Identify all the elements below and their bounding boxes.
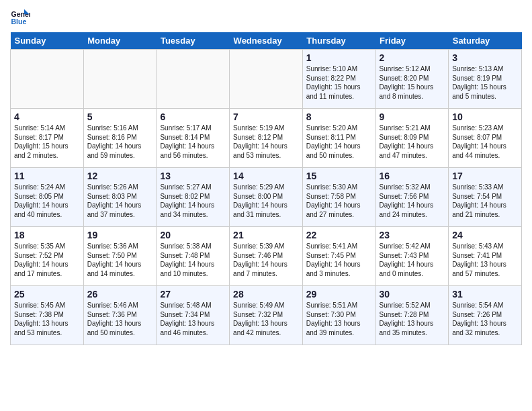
day-number: 29 [306,289,372,300]
day-info: Sunrise: 5:27 AMSunset: 8:02 PMDaylight:… [160,183,226,219]
calendar-cell: 31Sunrise: 5:54 AMSunset: 7:26 PMDayligh… [449,286,522,345]
weekday-header-friday: Friday [375,32,449,50]
calendar-cell: 26Sunrise: 5:46 AMSunset: 7:36 PMDayligh… [83,286,157,345]
day-number: 13 [160,171,226,181]
logo: General Blue [10,7,33,27]
calendar-week-4: 18Sunrise: 5:35 AMSunset: 7:52 PMDayligh… [11,227,522,286]
calendar-week-3: 11Sunrise: 5:24 AMSunset: 8:05 PMDayligh… [11,168,522,227]
day-number: 12 [87,171,153,181]
calendar-cell [83,50,157,109]
calendar-cell: 18Sunrise: 5:35 AMSunset: 7:52 PMDayligh… [11,227,84,286]
day-number: 30 [380,289,445,300]
calendar-cell: 7Sunrise: 5:19 AMSunset: 8:12 PMDaylight… [230,109,303,168]
calendar-cell [230,50,303,109]
calendar-week-2: 4Sunrise: 5:14 AMSunset: 8:17 PMDaylight… [11,109,522,168]
day-info: Sunrise: 5:32 AMSunset: 7:56 PMDaylight:… [380,183,445,219]
calendar-cell: 23Sunrise: 5:42 AMSunset: 7:43 PMDayligh… [375,227,449,286]
calendar-cell: 2Sunrise: 5:12 AMSunset: 8:20 PMDaylight… [375,50,449,109]
calendar-header: SundayMondayTuesdayWednesdayThursdayFrid… [11,32,522,50]
day-info: Sunrise: 5:48 AMSunset: 7:34 PMDaylight:… [160,301,226,337]
day-info: Sunrise: 5:30 AMSunset: 7:58 PMDaylight:… [306,183,372,219]
day-info: Sunrise: 5:17 AMSunset: 8:14 PMDaylight:… [160,124,226,160]
day-number: 11 [14,171,80,181]
day-number: 4 [14,111,80,122]
calendar-cell: 5Sunrise: 5:16 AMSunset: 8:16 PMDaylight… [83,109,157,168]
weekday-header-sunday: Sunday [11,32,84,50]
day-number: 20 [160,230,226,240]
day-number: 3 [452,52,518,63]
calendar-cell: 28Sunrise: 5:49 AMSunset: 7:32 PMDayligh… [230,286,303,345]
logo-icon: General Blue [10,7,30,27]
day-info: Sunrise: 5:41 AMSunset: 7:45 PMDaylight:… [306,242,372,278]
weekday-header-tuesday: Tuesday [157,32,230,50]
day-info: Sunrise: 5:49 AMSunset: 7:32 PMDaylight:… [233,301,299,337]
day-info: Sunrise: 5:19 AMSunset: 8:12 PMDaylight:… [233,124,299,160]
day-number: 22 [306,230,372,240]
calendar-cell: 21Sunrise: 5:39 AMSunset: 7:46 PMDayligh… [230,227,303,286]
day-info: Sunrise: 5:21 AMSunset: 8:09 PMDaylight:… [380,124,445,160]
day-number: 24 [452,230,518,240]
day-number: 15 [306,171,372,181]
day-info: Sunrise: 5:10 AMSunset: 8:22 PMDaylight:… [306,64,372,101]
calendar-cell: 11Sunrise: 5:24 AMSunset: 8:05 PMDayligh… [11,168,84,227]
day-number: 26 [87,289,153,300]
day-info: Sunrise: 5:13 AMSunset: 8:19 PMDaylight:… [452,64,518,101]
day-info: Sunrise: 5:46 AMSunset: 7:36 PMDaylight:… [87,301,153,337]
calendar-cell: 9Sunrise: 5:21 AMSunset: 8:09 PMDaylight… [375,109,449,168]
calendar-week-1: 1Sunrise: 5:10 AMSunset: 8:22 PMDaylight… [11,50,522,109]
calendar-cell: 13Sunrise: 5:27 AMSunset: 8:02 PMDayligh… [157,168,230,227]
day-number: 27 [160,289,226,300]
header: General Blue [10,7,522,27]
calendar-cell: 12Sunrise: 5:26 AMSunset: 8:03 PMDayligh… [83,168,157,227]
day-info: Sunrise: 5:12 AMSunset: 8:20 PMDaylight:… [380,64,445,101]
calendar-cell: 17Sunrise: 5:33 AMSunset: 7:54 PMDayligh… [449,168,522,227]
day-info: Sunrise: 5:52 AMSunset: 7:28 PMDaylight:… [380,301,445,337]
weekday-header-monday: Monday [83,32,157,50]
svg-text:Blue: Blue [11,17,27,26]
day-number: 10 [452,111,518,122]
day-info: Sunrise: 5:16 AMSunset: 8:16 PMDaylight:… [87,124,153,160]
day-number: 7 [233,111,299,122]
calendar-cell: 4Sunrise: 5:14 AMSunset: 8:17 PMDaylight… [11,109,84,168]
day-info: Sunrise: 5:35 AMSunset: 7:52 PMDaylight:… [14,242,80,278]
calendar-cell: 29Sunrise: 5:51 AMSunset: 7:30 PMDayligh… [302,286,375,345]
calendar-cell [157,50,230,109]
calendar-cell: 30Sunrise: 5:52 AMSunset: 7:28 PMDayligh… [375,286,449,345]
day-info: Sunrise: 5:26 AMSunset: 8:03 PMDaylight:… [87,183,153,219]
day-info: Sunrise: 5:42 AMSunset: 7:43 PMDaylight:… [380,242,445,278]
day-number: 16 [380,171,445,181]
day-info: Sunrise: 5:24 AMSunset: 8:05 PMDaylight:… [14,183,80,219]
day-number: 19 [87,230,153,240]
day-number: 8 [306,111,372,122]
day-number: 31 [452,289,518,300]
day-number: 17 [452,171,518,181]
calendar-cell: 15Sunrise: 5:30 AMSunset: 7:58 PMDayligh… [302,168,375,227]
day-info: Sunrise: 5:20 AMSunset: 8:11 PMDaylight:… [306,124,372,160]
calendar-cell: 1Sunrise: 5:10 AMSunset: 8:22 PMDaylight… [302,50,375,109]
day-number: 5 [87,111,153,122]
day-info: Sunrise: 5:33 AMSunset: 7:54 PMDaylight:… [452,183,518,219]
calendar-cell: 22Sunrise: 5:41 AMSunset: 7:45 PMDayligh… [302,227,375,286]
calendar-cell: 20Sunrise: 5:38 AMSunset: 7:48 PMDayligh… [157,227,230,286]
day-number: 21 [233,230,299,240]
calendar-cell: 10Sunrise: 5:23 AMSunset: 8:07 PMDayligh… [449,109,522,168]
calendar-cell: 6Sunrise: 5:17 AMSunset: 8:14 PMDaylight… [157,109,230,168]
calendar-cell: 25Sunrise: 5:45 AMSunset: 7:38 PMDayligh… [11,286,84,345]
weekday-header-wednesday: Wednesday [230,32,303,50]
calendar-cell: 8Sunrise: 5:20 AMSunset: 8:11 PMDaylight… [302,109,375,168]
day-info: Sunrise: 5:54 AMSunset: 7:26 PMDaylight:… [452,301,518,337]
day-info: Sunrise: 5:14 AMSunset: 8:17 PMDaylight:… [14,124,80,160]
day-number: 23 [380,230,445,240]
day-number: 14 [233,171,299,181]
calendar-cell: 3Sunrise: 5:13 AMSunset: 8:19 PMDaylight… [449,50,522,109]
day-number: 18 [14,230,80,240]
day-info: Sunrise: 5:45 AMSunset: 7:38 PMDaylight:… [14,301,80,337]
weekday-header-saturday: Saturday [449,32,522,50]
calendar-week-5: 25Sunrise: 5:45 AMSunset: 7:38 PMDayligh… [11,286,522,345]
calendar-cell [11,50,84,109]
day-number: 6 [160,111,226,122]
day-info: Sunrise: 5:29 AMSunset: 8:00 PMDaylight:… [233,183,299,219]
calendar-cell: 24Sunrise: 5:43 AMSunset: 7:41 PMDayligh… [449,227,522,286]
day-info: Sunrise: 5:51 AMSunset: 7:30 PMDaylight:… [306,301,372,337]
day-number: 9 [380,111,445,122]
